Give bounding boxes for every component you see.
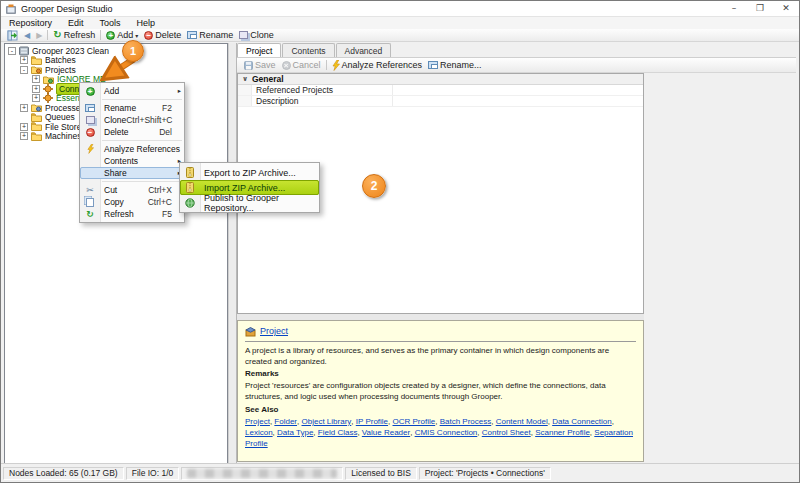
- context-menu-clone[interactable]: Clone Ctrl+Shift+C: [80, 114, 184, 126]
- delete-button[interactable]: − Delete: [141, 29, 184, 41]
- tree-item-projects[interactable]: - Projects: [5, 65, 227, 75]
- refresh-icon: ↻: [86, 209, 94, 219]
- rename-icon: [428, 61, 438, 69]
- project-icon: [43, 84, 53, 94]
- see-also-link[interactable]: Lexicon: [245, 428, 277, 437]
- help-title-link[interactable]: Project: [260, 325, 288, 338]
- clone-label: Clone: [250, 30, 274, 40]
- see-also-link[interactable]: Data Type: [277, 428, 318, 437]
- menu-item-label: Refresh: [100, 209, 134, 219]
- see-also-link[interactable]: Object Library: [302, 417, 356, 426]
- see-also-link[interactable]: Data Connection: [552, 417, 616, 426]
- expand-toggle[interactable]: +: [20, 123, 28, 131]
- expand-toggle[interactable]: +: [20, 132, 28, 140]
- menu-shortcut: F2: [162, 103, 184, 113]
- context-menu-contents[interactable]: Contents ▸: [80, 155, 184, 167]
- property-label: Referenced Projects: [252, 85, 393, 95]
- save-label: Save: [255, 60, 276, 70]
- expand-toggle[interactable]: +: [20, 56, 28, 64]
- tab-contents[interactable]: Contents: [282, 43, 334, 57]
- callout-badge-1: 1: [122, 40, 144, 62]
- chevron-down-icon: ▾: [135, 32, 138, 39]
- toolbar-separator: [47, 30, 48, 40]
- see-also-link[interactable]: CMIS Connection: [415, 428, 482, 437]
- clone-icon: [86, 116, 95, 124]
- back-button[interactable]: ◀: [21, 29, 33, 41]
- cancel-button[interactable]: × Cancel: [279, 59, 324, 71]
- see-also-link[interactable]: Batch Process: [440, 417, 496, 426]
- submenu-publish-repository[interactable]: Publish to Grooper Repository...: [180, 195, 319, 210]
- context-menu-cut[interactable]: ✂ Cut Ctrl+X: [80, 184, 184, 196]
- detail-panel: Project Contents Advanced Save × Cancel …: [237, 42, 796, 464]
- help-panel: Project A project is a library of resour…: [237, 320, 644, 462]
- expand-toggle[interactable]: +: [32, 94, 40, 102]
- panel-splitter[interactable]: [228, 43, 237, 464]
- collapse-toggle[interactable]: -: [8, 47, 16, 55]
- context-menu-delete[interactable]: − Delete Del: [80, 126, 184, 138]
- see-also-link[interactable]: Field Class: [318, 428, 362, 437]
- context-menu-copy[interactable]: Copy Ctrl+C: [80, 196, 184, 208]
- collapse-group-icon[interactable]: ∨: [238, 75, 252, 83]
- context-menu-refresh[interactable]: ↻ Refresh F5: [80, 208, 184, 220]
- see-also-link[interactable]: Value Reader: [362, 428, 415, 437]
- context-menu-analyze-references[interactable]: Analyze References: [80, 143, 184, 155]
- see-also-link[interactable]: Folder: [274, 417, 301, 426]
- projects-folder-icon: [31, 65, 42, 74]
- tree-item-label: Batches: [45, 55, 76, 65]
- tree-item-batches[interactable]: + Batches: [5, 56, 227, 66]
- menu-repository[interactable]: Repository: [1, 18, 60, 28]
- project-folder-icon: [43, 75, 54, 84]
- scissors-icon: ✂: [86, 185, 94, 195]
- see-also-link[interactable]: Project: [245, 417, 274, 426]
- context-menu-add[interactable]: + Add ▸: [80, 85, 184, 97]
- see-also-link[interactable]: OCR Profile: [393, 417, 440, 426]
- menu-item-label: Add: [100, 86, 119, 96]
- menu-item-label: Clone: [100, 115, 126, 125]
- project-help-icon: [245, 326, 256, 337]
- see-also-link[interactable]: Content Model: [496, 417, 552, 426]
- property-group-general[interactable]: ∨ General: [238, 74, 643, 85]
- save-button[interactable]: Save: [241, 59, 279, 71]
- see-also-link[interactable]: Scanner Profile: [535, 428, 594, 437]
- lightning-icon: [87, 144, 94, 154]
- rename-button[interactable]: Rename: [184, 29, 236, 41]
- menu-edit[interactable]: Edit: [60, 18, 92, 28]
- expand-toggle[interactable]: +: [32, 75, 40, 83]
- analyze-references-label: Analyze References: [342, 60, 423, 70]
- zip-archive-icon: [186, 182, 194, 193]
- forward-button[interactable]: ▶: [33, 29, 45, 41]
- expand-toggle[interactable]: +: [32, 85, 40, 93]
- tab-advanced[interactable]: Advanced: [336, 43, 392, 57]
- see-also-link[interactable]: IP Profile: [356, 417, 393, 426]
- menu-item-label: Analyze References: [100, 144, 180, 154]
- rename-icon: [187, 31, 197, 39]
- menu-help[interactable]: Help: [129, 18, 164, 28]
- tab-project[interactable]: Project: [237, 43, 281, 57]
- expand-toggle[interactable]: +: [20, 104, 28, 112]
- minimize-icon[interactable]: –: [721, 1, 747, 16]
- add-icon: +: [106, 31, 115, 40]
- clone-button[interactable]: Clone: [236, 29, 277, 41]
- refresh-button[interactable]: ↻ Refresh: [50, 29, 98, 41]
- rename-detail-button[interactable]: Rename...: [425, 59, 485, 71]
- property-row-referenced-projects[interactable]: Referenced Projects: [238, 85, 643, 96]
- see-also-link[interactable]: Control Sheet: [482, 428, 535, 437]
- property-row-description[interactable]: Description: [238, 96, 643, 107]
- menu-item-label: Cut: [100, 185, 117, 195]
- menu-tools[interactable]: Tools: [92, 18, 129, 28]
- collapse-toggle[interactable]: -: [20, 66, 28, 74]
- sync-tree-button[interactable]: [4, 29, 21, 41]
- close-icon[interactable]: ✕: [773, 1, 799, 16]
- menu-item-label: Rename: [100, 103, 136, 113]
- context-menu-rename[interactable]: Rename F2: [80, 102, 184, 114]
- analyze-references-button[interactable]: Analyze References: [329, 59, 426, 71]
- lightning-icon: [332, 60, 340, 71]
- tree-item-root[interactable]: - Grooper 2023 Clean: [5, 46, 227, 56]
- rename-label: Rename: [199, 30, 233, 40]
- restore-icon[interactable]: ❐: [747, 1, 773, 16]
- submenu-export-zip[interactable]: Export to ZIP Archive...: [180, 165, 319, 180]
- app-logo-icon: [6, 4, 16, 14]
- add-button[interactable]: + Add ▾: [103, 29, 141, 41]
- context-menu-share[interactable]: Share ▸: [80, 167, 184, 179]
- detail-toolbar: Save × Cancel Analyze References Rename.…: [237, 57, 796, 73]
